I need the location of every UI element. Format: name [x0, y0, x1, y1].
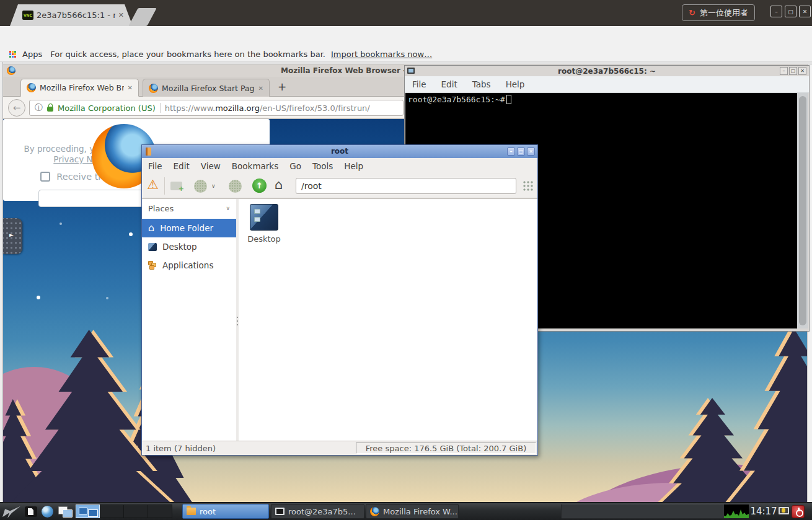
- home-icon[interactable]: ⌂: [275, 177, 283, 192]
- chrome-toolbar: ← → ⟳ ⌂ ⓘ 127.0.0.1:6080/vnc.html?autoco…: [0, 26, 812, 47]
- back-icon-disabled[interactable]: [194, 180, 207, 193]
- novnc-favicon: VNC: [22, 11, 33, 20]
- iconify-windows-icon[interactable]: [58, 506, 72, 517]
- path-field[interactable]: /root: [296, 178, 516, 194]
- history-chevron-icon[interactable]: ∨: [211, 183, 216, 189]
- task-label: root@2e3a7b5...: [288, 507, 356, 516]
- expand-icon: ►: [9, 232, 14, 238]
- menu-launcher-icon[interactable]: [2, 505, 20, 518]
- page-info-icon[interactable]: ⓘ: [35, 102, 43, 113]
- workspace-4[interactable]: [148, 505, 172, 518]
- fm-close-button[interactable]: ✕: [527, 148, 535, 156]
- taskbar-tray-area: [561, 504, 730, 519]
- terminal-prompt: root@2e3a7b566c15:~#: [408, 95, 505, 104]
- firefox-tab-inactive[interactable]: Mozilla Firefox Start Pag ✕: [143, 79, 270, 97]
- urlbar-divider: [160, 103, 161, 113]
- menu-edit[interactable]: Edit: [174, 161, 190, 171]
- menu-file[interactable]: File: [148, 161, 162, 171]
- file-item-desktop[interactable]: Desktop: [241, 204, 287, 244]
- profile-button[interactable]: ↻ 第一位使用者: [682, 4, 755, 21]
- menu-bookmarks[interactable]: Bookmarks: [232, 161, 278, 171]
- sidebar-item-label: Applications: [162, 260, 213, 270]
- firefox-urlbar[interactable]: ⓘ Mozilla Corporation (US) https://www.m…: [29, 100, 404, 116]
- fm-minimize-button[interactable]: –: [507, 148, 515, 156]
- fm-content: Places ∨ ⌂ Home Folder Desktop Applicati…: [142, 198, 537, 441]
- browser-tab[interactable]: VNC 2e3a7b566c15:1 - nc ✕: [10, 4, 133, 26]
- profile-name: 第一位使用者: [700, 7, 748, 19]
- workspace-pager[interactable]: [76, 505, 172, 518]
- warning-icon: ⚠: [147, 177, 159, 192]
- apps-label[interactable]: Apps: [22, 50, 42, 59]
- taskbar-item-terminal[interactable]: root@2e3a7b5...: [271, 504, 364, 519]
- window-close-button[interactable]: ✕: [799, 6, 811, 17]
- tab-label: Mozilla Firefox Start Pag: [162, 84, 255, 93]
- menu-go[interactable]: Go: [289, 161, 301, 171]
- firefox-favicon: [27, 83, 36, 92]
- bookmarks-hint: For quick access, place your bookmarks h…: [50, 50, 325, 59]
- browser-launcher-icon[interactable]: [42, 506, 53, 518]
- workspace-2[interactable]: [100, 505, 124, 518]
- bookmarks-bar: Apps For quick access, place your bookma…: [0, 47, 812, 62]
- sidebar-item-home[interactable]: ⌂ Home Folder: [142, 219, 236, 237]
- forward-icon-disabled[interactable]: [229, 180, 242, 193]
- menu-help[interactable]: Help: [344, 161, 363, 171]
- places-label: Places: [148, 204, 174, 213]
- chevron-down-icon[interactable]: ∨: [226, 205, 230, 211]
- taskbar-item-firefox[interactable]: Mozilla Firefox W...: [366, 504, 459, 519]
- new-tab-icon[interactable]: [170, 182, 182, 190]
- folder-icon: [187, 508, 196, 515]
- star-dot: [60, 223, 62, 225]
- star-dot: [37, 296, 40, 299]
- novnc-control-handle[interactable]: ►: [3, 218, 22, 254]
- import-bookmarks-link[interactable]: Import bookmarks now…: [331, 50, 432, 59]
- taskbar-item-root[interactable]: root: [182, 504, 269, 519]
- sidebar-splitter[interactable]: [236, 199, 239, 441]
- desktop-icon: [148, 243, 157, 251]
- menu-help[interactable]: Help: [506, 79, 525, 89]
- terminal-scrollbar[interactable]: [797, 93, 808, 328]
- menu-edit[interactable]: Edit: [441, 79, 457, 89]
- tab-close-icon[interactable]: ✕: [118, 11, 124, 19]
- workspace-3[interactable]: [124, 505, 148, 518]
- apps-grid-icon[interactable]: [9, 50, 17, 58]
- menu-tabs[interactable]: Tabs: [472, 79, 491, 89]
- firefox-window-title: Mozilla Firefox Web Browser —: [281, 66, 410, 75]
- file-manager-launcher-icon[interactable]: [25, 506, 37, 517]
- power-icon[interactable]: [792, 505, 805, 518]
- fm-maximize-button[interactable]: ▢: [517, 148, 525, 156]
- chrome-titlebar[interactable]: VNC 2e3a7b566c15:1 - nc ✕ ↻ 第一位使用者 – ▢ ✕: [0, 0, 812, 26]
- menu-file[interactable]: File: [412, 79, 426, 89]
- newsletter-checkbox[interactable]: [40, 172, 50, 182]
- fm-titlebar[interactable]: root – ▢ ✕: [142, 145, 537, 158]
- new-tab-button[interactable]: [128, 8, 156, 26]
- terminal-close-button[interactable]: ✕: [798, 67, 806, 75]
- side-pane-toggle-icon[interactable]: [523, 180, 534, 192]
- sidebar-item-desktop[interactable]: Desktop: [142, 237, 236, 256]
- sidebar-item-label: Home Folder: [160, 223, 213, 233]
- window-maximize-button[interactable]: ▢: [785, 6, 797, 17]
- terminal-minimize-button[interactable]: –: [780, 67, 788, 75]
- up-directory-icon[interactable]: ↑: [252, 178, 267, 193]
- task-label: root: [200, 507, 216, 516]
- lock-icon[interactable]: [47, 107, 53, 112]
- tab-close-icon[interactable]: ✕: [128, 84, 133, 91]
- window-minimize-button[interactable]: –: [770, 6, 782, 17]
- firefox-tab-active[interactable]: Mozilla Firefox Web Bro ✕: [20, 79, 139, 97]
- tab-close-icon[interactable]: ✕: [258, 85, 263, 92]
- splitter-dots: [237, 317, 238, 318]
- terminal-maximize-button[interactable]: ▢: [789, 67, 797, 75]
- scrollbar-thumb[interactable]: [799, 96, 806, 325]
- clock[interactable]: 14:17: [749, 503, 779, 520]
- taskbar: root root@2e3a7b5... Mozilla Firefox W..…: [0, 502, 812, 520]
- terminal-titlebar[interactable]: root@2e3a7b566c15: ~ – ▢ ✕: [405, 66, 809, 76]
- places-header[interactable]: Places ∨: [142, 199, 236, 218]
- menu-tools[interactable]: Tools: [312, 161, 333, 171]
- menu-view[interactable]: View: [201, 161, 221, 171]
- lock-screen-icon[interactable]: [779, 507, 789, 514]
- firefox-back-button[interactable]: ←: [8, 99, 25, 117]
- tab-title: 2e3a7b566c15:1 - nc: [37, 11, 115, 20]
- sidebar-item-applications[interactable]: Applications: [142, 256, 236, 275]
- workspace-1[interactable]: [76, 505, 100, 518]
- identity-label[interactable]: Mozilla Corporation (US): [58, 104, 156, 113]
- new-tab-icon[interactable]: +: [278, 81, 286, 93]
